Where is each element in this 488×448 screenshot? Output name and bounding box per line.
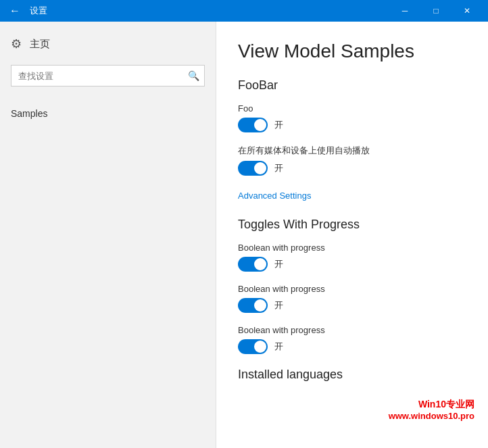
title-bar: ← 设置 ─ □ ✕ <box>0 0 488 22</box>
minimize-icon: ─ <box>402 6 408 16</box>
maximize-button[interactable]: □ <box>420 0 452 22</box>
autoplay-toggle[interactable] <box>238 161 268 176</box>
sidebar: ⚙ 主页 🔍 Samples <box>0 22 216 448</box>
foobar-section-title: FooBar <box>238 78 466 93</box>
bool2-setting: Boolean with progress 开 <box>238 284 466 313</box>
sidebar-item-samples[interactable]: Samples <box>11 104 205 123</box>
home-icon: ⚙ <box>11 36 22 51</box>
foo-toggle-text: 开 <box>274 119 283 131</box>
section-foobar: FooBar Foo 开 在所有媒体和设备上使用自动播放 开 Advanced … <box>238 78 466 201</box>
page-title: View Model Samples <box>238 41 466 62</box>
advanced-settings-link[interactable]: Advanced Settings <box>238 191 311 201</box>
close-button[interactable]: ✕ <box>452 0 483 22</box>
bool2-label: Boolean with progress <box>238 284 466 294</box>
sidebar-nav: Samples <box>0 93 216 123</box>
maximize-icon: □ <box>433 6 438 16</box>
bool1-toggle-text: 开 <box>274 258 283 270</box>
bool2-toggle[interactable] <box>238 298 268 313</box>
bool2-toggle-text: 开 <box>274 299 283 312</box>
app-body: ⚙ 主页 🔍 Samples View Model Samples FooBar… <box>0 22 488 448</box>
window-controls: ─ □ ✕ <box>389 0 483 22</box>
foo-setting: Foo 开 <box>238 103 466 132</box>
sidebar-home[interactable]: ⚙ 主页 <box>0 30 216 58</box>
search-icon: 🔍 <box>188 70 199 81</box>
foo-row: 开 <box>238 118 466 132</box>
section-toggles: Toggles With Progress Boolean with progr… <box>238 218 466 354</box>
bool1-toggle[interactable] <box>238 257 268 272</box>
autoplay-label: 在所有媒体和设备上使用自动播放 <box>238 145 466 157</box>
home-label: 主页 <box>30 38 50 51</box>
bool3-toggle-text: 开 <box>274 341 283 353</box>
back-icon: ← <box>9 5 20 17</box>
window-title: 设置 <box>30 5 389 17</box>
bool3-toggle[interactable] <box>238 339 268 354</box>
minimize-button[interactable]: ─ <box>389 0 420 22</box>
foo-toggle[interactable] <box>238 118 268 132</box>
autoplay-toggle-text: 开 <box>274 162 283 174</box>
sidebar-search-container: 🔍 <box>11 65 205 86</box>
foo-label: Foo <box>238 103 466 114</box>
toggles-section-title: Toggles With Progress <box>238 218 466 232</box>
content-area: View Model Samples FooBar Foo 开 在所有媒体和设备… <box>216 22 488 448</box>
installed-languages-title: Installed languages <box>238 368 466 382</box>
search-input[interactable] <box>11 65 205 86</box>
bool1-setting: Boolean with progress 开 <box>238 243 466 272</box>
section-installed-languages: Installed languages <box>238 368 466 382</box>
bool1-row: 开 <box>238 257 466 272</box>
bool3-setting: Boolean with progress 开 <box>238 325 466 354</box>
close-icon: ✕ <box>464 6 470 16</box>
bool3-row: 开 <box>238 339 466 354</box>
autoplay-row: 开 <box>238 161 466 176</box>
back-button[interactable]: ← <box>5 1 24 20</box>
bool1-label: Boolean with progress <box>238 243 466 253</box>
autoplay-setting: 在所有媒体和设备上使用自动播放 开 <box>238 145 466 176</box>
bool3-label: Boolean with progress <box>238 325 466 335</box>
bool2-row: 开 <box>238 298 466 313</box>
